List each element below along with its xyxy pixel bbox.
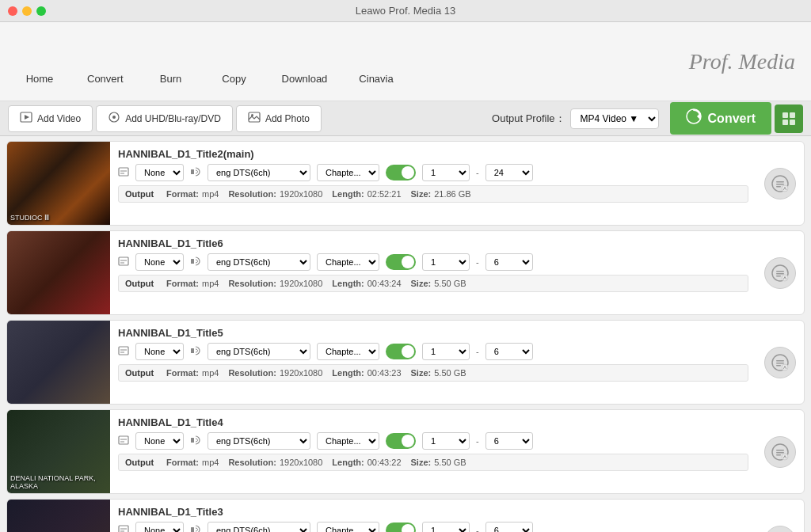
convert-button[interactable]: Convert — [670, 102, 771, 135]
svg-rect-53 — [776, 363, 784, 364]
format-label: Format: — [166, 189, 199, 199]
audio-select[interactable]: eng DTS(6ch) — [208, 164, 310, 181]
audio-select[interactable]: eng DTS(6ch) — [208, 432, 310, 450]
resolution-value: 1920x1080 — [280, 279, 322, 288]
minimize-button[interactable] — [22, 6, 32, 16]
toolbar-item-convert[interactable]: Convert — [71, 31, 139, 93]
svg-rect-47 — [119, 347, 128, 355]
resolution-label: Resolution: — [228, 458, 276, 467]
add-uhd-label: Add UHD/Blu-ray/DVD — [125, 113, 221, 124]
output-profile: Output Profile： MP4 Video ▼ — [492, 108, 659, 129]
chapter-toggle[interactable] — [386, 522, 416, 532]
chapter-end-select[interactable]: 6 — [485, 343, 533, 360]
toolbar-item-cinavia[interactable]: Cinavia — [343, 31, 409, 93]
window-controls[interactable] — [8, 6, 46, 16]
chapter-end-select[interactable]: 6 — [485, 522, 533, 532]
layout-button[interactable] — [775, 104, 803, 133]
chapter-select[interactable]: Chapte... — [317, 522, 379, 532]
output-profile-select[interactable]: MP4 Video ▼ — [570, 108, 659, 129]
edit-button[interactable] — [764, 436, 796, 468]
length-value: 00:43:22 — [367, 458, 402, 467]
content-area: STUDIOC Ⅲ HANNIBAL_D1_Title2(main) None — [0, 136, 811, 532]
chapter-select[interactable]: Chapte... — [317, 432, 379, 450]
controls-row: None eng DTS(6ch) Chapte... — [118, 164, 748, 181]
toolbar-item-copy[interactable]: Copy — [203, 31, 266, 93]
video-title: HANNIBAL_D1_Title2(main) — [118, 148, 748, 160]
subtitle-select[interactable]: None — [135, 253, 184, 271]
svg-rect-43 — [776, 271, 784, 272]
toolbar-item-burn[interactable]: Burn — [139, 31, 203, 93]
chapter-toggle[interactable] — [386, 165, 416, 180]
chapter-end-select[interactable]: 24 — [485, 164, 533, 181]
video-details: HANNIBAL_D1_Title3 None — [110, 500, 756, 532]
subtitle-select[interactable]: None — [135, 343, 184, 360]
length-value: 02:52:21 — [367, 189, 402, 199]
chapter-toggle[interactable] — [386, 254, 416, 270]
edit-button[interactable] — [764, 347, 796, 378]
chapter-toggle[interactable] — [386, 344, 416, 359]
chapter-end-select[interactable]: 6 — [485, 432, 533, 450]
svg-point-55 — [782, 364, 788, 370]
chapter-dash: - — [476, 257, 479, 267]
toolbar-item-home[interactable]: Home — [8, 31, 71, 93]
audio-icon — [190, 345, 201, 358]
chapter-select[interactable]: Chapte... — [317, 164, 379, 181]
chapter-select[interactable]: Chapte... — [317, 343, 379, 360]
toolbar-item-download[interactable]: Download — [266, 31, 344, 93]
resolution-value: 1920x1080 — [280, 368, 322, 378]
edit-button[interactable] — [764, 526, 796, 533]
format-value: mp4 — [202, 458, 219, 467]
chapter-start-select[interactable]: 1 — [422, 253, 470, 271]
audio-select[interactable]: eng DTS(6ch) — [208, 522, 310, 532]
svg-marker-18 — [25, 115, 29, 120]
svg-rect-36 — [776, 186, 781, 188]
svg-rect-62 — [776, 452, 784, 454]
edit-button[interactable] — [764, 168, 796, 200]
resolution-value: 1920x1080 — [280, 458, 322, 467]
edit-button[interactable] — [764, 257, 796, 289]
audio-select[interactable]: eng DTS(6ch) — [208, 253, 310, 271]
size-value: 21.86 GB — [434, 189, 470, 199]
length-label: Length: — [332, 368, 364, 378]
format-value: mp4 — [202, 189, 219, 199]
audio-icon — [190, 256, 201, 268]
controls-row: None eng DTS(6ch) Chapte... — [118, 253, 748, 271]
add-photo-label: Add Photo — [265, 113, 310, 124]
video-title: HANNIBAL_D1_Title5 — [118, 327, 748, 339]
add-video-button[interactable]: Add Video — [8, 105, 93, 132]
output-label: Output — [125, 279, 154, 288]
svg-rect-35 — [776, 184, 784, 185]
window-title: Leawo Prof. Media 13 — [356, 5, 455, 17]
length-label: Length: — [332, 189, 364, 199]
close-button[interactable] — [8, 6, 17, 16]
video-title: HANNIBAL_D1_Title4 — [118, 416, 748, 428]
video-item: HANNIBAL_D1_Title3 None — [6, 499, 805, 532]
format-value: mp4 — [202, 279, 219, 288]
video-thumbnail: DENALI NATIONAL PARK, ALASKA — [7, 410, 110, 493]
add-uhd-button[interactable]: Add UHD/Blu-ray/DVD — [96, 105, 233, 132]
output-label: Output — [125, 458, 154, 467]
svg-rect-29 — [119, 168, 128, 176]
maximize-button[interactable] — [36, 6, 46, 16]
chapter-toggle[interactable] — [386, 433, 416, 449]
chapter-start-select[interactable]: 1 — [422, 432, 470, 450]
audio-select[interactable]: eng DTS(6ch) — [208, 343, 310, 360]
cinavia-label: Cinavia — [359, 73, 393, 85]
chapter-start-select[interactable]: 1 — [422, 522, 470, 532]
chapter-dash: - — [476, 436, 479, 446]
convert-btn-label: Convert — [708, 112, 756, 126]
chapter-select[interactable]: Chapte... — [317, 253, 379, 271]
svg-rect-63 — [776, 454, 781, 456]
subtitle-select[interactable]: None — [135, 522, 184, 532]
svg-point-46 — [782, 275, 788, 281]
resolution-value: 1920x1080 — [280, 189, 322, 199]
chapter-end-select[interactable]: 6 — [485, 253, 533, 271]
chapter-start-select[interactable]: 1 — [422, 164, 470, 181]
length-value: 00:43:24 — [367, 279, 402, 288]
video-thumbnail: STUDIOC Ⅲ — [7, 142, 110, 225]
chapter-start-select[interactable]: 1 — [422, 343, 470, 360]
subtitle-select[interactable]: None — [135, 164, 184, 181]
svg-rect-32 — [191, 169, 194, 174]
subtitle-select[interactable]: None — [135, 432, 184, 450]
add-photo-button[interactable]: Add Photo — [236, 105, 322, 132]
